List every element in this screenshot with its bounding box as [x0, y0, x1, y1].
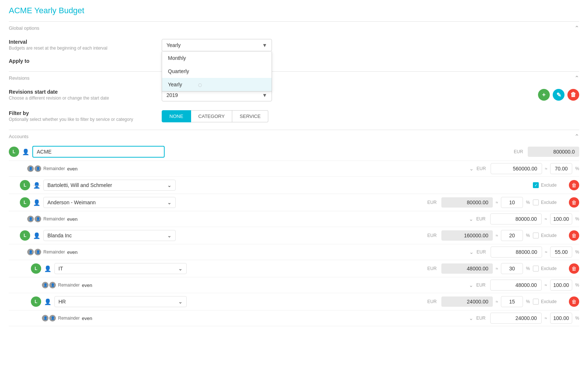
icon-c1: 👤	[27, 249, 34, 255]
filter-by-label: Filter by Optionally select whether you …	[9, 110, 156, 122]
acme-remainder-pct-sign: %	[575, 166, 579, 171]
account-input-acme[interactable]	[32, 146, 165, 158]
it-remainder-currency: EUR	[476, 283, 487, 288]
icon-e1: 👤	[42, 315, 49, 321]
anderson-select[interactable]: Anderson - Weimann ⌄	[43, 197, 176, 208]
bartoletti-exclude-checkbox[interactable]: ✓	[533, 182, 539, 188]
revisions-date-title: Revisions start date	[9, 89, 156, 95]
interval-select[interactable]: Yearly ▼	[162, 39, 272, 51]
icon-b2: 👤	[35, 216, 41, 222]
interval-option-monthly[interactable]: Monthly	[162, 51, 272, 65]
it-remainder-chevron[interactable]: ⌄	[469, 282, 473, 288]
filter-category-button[interactable]: CATEGORY	[191, 110, 233, 122]
revisions-date-desc: Choose a different revision or change th…	[9, 96, 156, 101]
person-icon-blanda: 👤	[33, 232, 40, 239]
hr-remainder-percent: 100.00	[550, 313, 573, 324]
acme-currency: EUR	[514, 149, 525, 154]
edit-revision-button[interactable]: ✎	[553, 89, 564, 101]
account-row-bartoletti: L 👤 Bartoletti, Will and Schmeler ⌄ ✓ Ex…	[9, 177, 579, 194]
anderson-pct-sign: %	[526, 200, 530, 205]
blanda-arrow-icon: ⌄	[167, 233, 172, 238]
anderson-exclude: Exclude	[533, 199, 566, 205]
blanda-currency: EUR	[427, 233, 438, 238]
hr-remainder-label: Remainder	[58, 316, 80, 321]
hr-amount: 24000.00	[441, 296, 493, 307]
bartoletti-name: Bartoletti, Will and Schmeler	[47, 182, 112, 188]
it-remainder-label: Remainder	[58, 283, 80, 288]
anderson-remainder-chevron[interactable]: ⌄	[469, 216, 473, 222]
filter-none-button[interactable]: NONE	[162, 110, 191, 122]
acme-remainder-approx: ≈	[545, 166, 548, 171]
it-select[interactable]: IT ⌄	[54, 263, 187, 274]
add-revision-button[interactable]: +	[538, 89, 550, 101]
blanda-remainder-chevron[interactable]: ⌄	[469, 249, 474, 255]
revisions-chevron[interactable]: ⌃	[574, 75, 579, 82]
anderson-remainder-currency: EUR	[476, 216, 487, 222]
hr-name: HR	[58, 299, 66, 305]
person-icon-bartoletti: 👤	[33, 182, 40, 189]
it-remainder-percent: 100.00	[550, 280, 573, 291]
anderson-remainder-icons: 👤 👤	[27, 216, 41, 222]
global-options-chevron[interactable]: ⌃	[574, 25, 579, 32]
it-exclude-checkbox[interactable]	[533, 266, 539, 271]
it-amount: 48000.00	[441, 263, 493, 274]
anderson-percent: 10	[501, 197, 523, 208]
accounts-header: Accounts ⌃	[9, 130, 579, 143]
account-row-anderson: L 👤 Anderson - Weimann ⌄ EUR 80000.00 ≈ …	[9, 194, 579, 211]
anderson-values: EUR 80000.00 ≈ 10 % Exclude 🗑	[427, 197, 579, 208]
blanda-remainder-approx: ≈	[545, 249, 548, 255]
hr-exclude-checkbox[interactable]	[533, 299, 539, 305]
filter-by-title: Filter by	[9, 110, 156, 116]
delete-it-button[interactable]: 🗑	[569, 263, 579, 274]
hr-select[interactable]: HR ⌄	[54, 296, 187, 307]
bartoletti-arrow-icon: ⌄	[167, 182, 172, 188]
blanda-remainder-currency: EUR	[477, 249, 488, 255]
acme-remainder-indent: 👤 👤 Remainder even	[9, 165, 466, 172]
blanda-exclude-checkbox[interactable]	[533, 233, 539, 238]
revisions-date-arrow-icon: ▼	[262, 92, 267, 98]
avatar-anderson: L	[20, 197, 30, 208]
icon-a1: 👤	[27, 165, 34, 172]
acme-remainder-amount: 560000.00	[491, 163, 542, 174]
it-percent: 30	[501, 263, 523, 274]
acme-remainder-chevron[interactable]: ⌄	[469, 166, 474, 172]
interval-label: Interval Budgets are reset at the beginn…	[9, 39, 156, 51]
accounts-chevron[interactable]: ⌃	[574, 133, 579, 140]
page-title: ACME Yearly Budget	[9, 6, 579, 15]
anderson-exclude-checkbox[interactable]	[533, 199, 539, 205]
bartoletti-exclude: ✓ Exclude	[533, 182, 566, 188]
person-icon-hr: 👤	[44, 298, 51, 305]
sub-row-hr-remainder: 👤 👤 Remainder even ⌄ EUR 24000.00 ≈ 100.…	[9, 310, 579, 326]
anderson-approx: ≈	[496, 200, 498, 205]
revision-actions: + ✎ 🗑	[538, 89, 579, 101]
bartoletti-values: ✓ Exclude 🗑	[533, 180, 579, 190]
accounts-title: Accounts	[9, 134, 28, 139]
interval-selected-value: Yearly	[166, 42, 180, 48]
blanda-remainder-values: EUR 88000.00 ≈ 55.00 %	[477, 247, 579, 258]
hr-remainder-chevron[interactable]: ⌄	[469, 315, 473, 321]
delete-bartoletti-button[interactable]: 🗑	[569, 180, 579, 190]
account-row-acme: L 👤 EUR 800000.0	[9, 143, 579, 161]
avatar-blanda: L	[20, 230, 30, 241]
delete-anderson-button[interactable]: 🗑	[569, 197, 579, 208]
bartoletti-select[interactable]: Bartoletti, Will and Schmeler ⌄	[43, 180, 176, 191]
apply-to-label: Apply to	[9, 58, 156, 64]
delete-hr-button[interactable]: 🗑	[569, 296, 579, 307]
anderson-remainder-indent: 👤 👤 Remainder even	[9, 216, 466, 222]
anderson-remainder-label: Remainder	[43, 216, 65, 222]
hr-arrow-icon: ⌄	[178, 299, 183, 305]
delete-blanda-button[interactable]: 🗑	[569, 230, 579, 241]
anderson-exclude-label: Exclude	[541, 200, 557, 205]
anderson-currency: EUR	[427, 200, 438, 205]
hr-remainder-amount: 24000.00	[490, 313, 542, 324]
delete-revision-button[interactable]: 🗑	[567, 89, 579, 101]
filter-service-button[interactable]: SERVICE	[232, 110, 268, 122]
interval-option-yearly[interactable]: Yearly ◌	[162, 78, 272, 91]
blanda-remainder-label: Remainder	[43, 249, 65, 255]
blanda-select[interactable]: Blanda Inc ⌄	[43, 230, 176, 241]
anderson-remainder-value: even	[67, 216, 78, 222]
hr-percent: 15	[501, 296, 523, 307]
interval-option-quarterly[interactable]: Quarterly	[162, 65, 272, 78]
account-row-hr: L 👤 HR ⌄ EUR 24000.00 ≈ 15 % Exclude 🗑	[9, 293, 579, 310]
it-currency: EUR	[427, 266, 438, 271]
